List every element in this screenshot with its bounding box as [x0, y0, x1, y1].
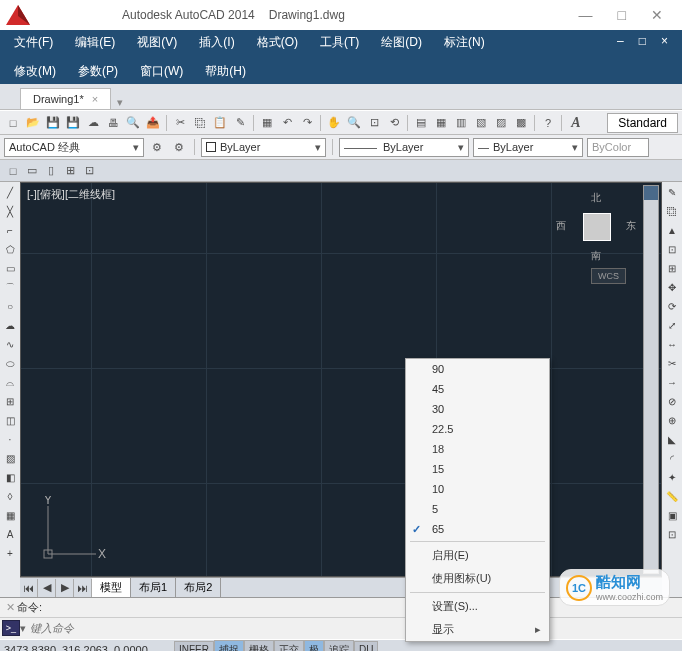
sb-du[interactable]: DU — [354, 641, 378, 651]
vp-join-icon[interactable]: ▯ — [42, 162, 60, 180]
close-button[interactable]: ✕ — [651, 7, 663, 23]
mi-22-5[interactable]: 22.5 — [406, 419, 549, 439]
scroll-up-icon[interactable] — [644, 186, 658, 200]
tab-first-icon[interactable]: ⏮ — [20, 579, 38, 597]
rotate-icon[interactable]: ⟳ — [664, 298, 681, 315]
publish-icon[interactable]: 📤 — [144, 114, 162, 132]
ws-save-icon[interactable]: ⚙ — [148, 138, 166, 156]
sb-snap[interactable]: 捕捉 — [214, 640, 244, 652]
copy-obj-icon[interactable]: ⿻ — [664, 203, 681, 220]
menu-file[interactable]: 文件(F) — [8, 32, 59, 53]
save-icon[interactable]: 💾 — [44, 114, 62, 132]
ssm-icon[interactable]: ▧ — [472, 114, 490, 132]
vp-restore-icon[interactable]: ⊞ — [61, 162, 79, 180]
mi-settings[interactable]: 设置(S)... — [406, 595, 549, 618]
ws-gear-icon[interactable]: ⚙ — [170, 138, 188, 156]
doc-min[interactable]: – — [611, 32, 630, 50]
lineweight-combo[interactable]: —ByLayer▾ — [473, 138, 583, 157]
measure-icon[interactable]: 📏 — [664, 488, 681, 505]
scale-icon[interactable]: ⤢ — [664, 317, 681, 334]
mi-65[interactable]: 65 — [406, 519, 549, 539]
viewcube[interactable]: 北 东 南 西 — [561, 191, 631, 261]
pline-icon[interactable]: ⌐ — [2, 222, 19, 239]
addsel-icon[interactable]: + — [2, 545, 19, 562]
viewport-label[interactable]: [-][俯视][二维线框] — [27, 187, 115, 202]
chamfer-icon[interactable]: ◣ — [664, 431, 681, 448]
zoom-rt-icon[interactable]: 🔍 — [345, 114, 363, 132]
trim-icon[interactable]: ✂ — [664, 355, 681, 372]
match-icon[interactable]: ✎ — [231, 114, 249, 132]
linetype-combo[interactable]: ———ByLayer▾ — [339, 138, 469, 157]
zoom-prev-icon[interactable]: ⟲ — [385, 114, 403, 132]
polygon-icon[interactable]: ⬠ — [2, 241, 19, 258]
fillet-icon[interactable]: ◜ — [664, 450, 681, 467]
mi-display[interactable]: 显示▸ — [406, 618, 549, 641]
mirror-icon[interactable]: ▲ — [664, 222, 681, 239]
sb-grid[interactable]: 栅格 — [244, 640, 274, 652]
open-icon[interactable]: 📂 — [24, 114, 42, 132]
menu-view[interactable]: 视图(V) — [131, 32, 183, 53]
menu-dim[interactable]: 标注(N) — [438, 32, 491, 53]
offset-icon[interactable]: ⊡ — [664, 241, 681, 258]
cloud-icon[interactable]: ☁ — [84, 114, 102, 132]
earc-icon[interactable]: ⌓ — [2, 374, 19, 391]
tab-model[interactable]: 模型 — [92, 578, 131, 597]
menu-help[interactable]: 帮助(H) — [199, 61, 252, 82]
mi-30[interactable]: 30 — [406, 399, 549, 419]
cut-icon[interactable]: ✂ — [171, 114, 189, 132]
menu-tools[interactable]: 工具(T) — [314, 32, 365, 53]
dc-icon[interactable]: ▦ — [432, 114, 450, 132]
vp-single-icon[interactable]: □ — [4, 162, 22, 180]
move-icon[interactable]: ✥ — [664, 279, 681, 296]
copy-icon[interactable]: ⿻ — [191, 114, 209, 132]
tab-last-icon[interactable]: ⏭ — [74, 579, 92, 597]
xline-icon[interactable]: ╳ — [2, 203, 19, 220]
calc-icon[interactable]: ▩ — [512, 114, 530, 132]
preview-icon[interactable]: 🔍 — [124, 114, 142, 132]
insert-icon[interactable]: ⊞ — [2, 393, 19, 410]
help-icon[interactable]: ? — [539, 114, 557, 132]
props-icon[interactable]: ▤ — [412, 114, 430, 132]
vp-dlg-icon[interactable]: ⊡ — [80, 162, 98, 180]
redo-icon[interactable]: ↷ — [298, 114, 316, 132]
paste-icon[interactable]: 📋 — [211, 114, 229, 132]
spline-icon[interactable]: ∿ — [2, 336, 19, 353]
menu-draw[interactable]: 绘图(D) — [375, 32, 428, 53]
command-input[interactable] — [26, 622, 680, 634]
maximize-button[interactable]: □ — [618, 7, 626, 23]
undo-icon[interactable]: ↶ — [278, 114, 296, 132]
menu-window[interactable]: 窗口(W) — [134, 61, 189, 82]
doc-max[interactable]: □ — [633, 32, 652, 50]
tab-next-icon[interactable]: ▶ — [56, 579, 74, 597]
tab-layout1[interactable]: 布局1 — [131, 578, 176, 597]
color-combo[interactable]: ByColor — [587, 138, 649, 157]
gradient-icon[interactable]: ◧ — [2, 469, 19, 486]
drawing-canvas[interactable]: [-][俯视][二维线框] 北 东 南 西 WCS YX — [20, 182, 662, 577]
mi-15[interactable]: 15 — [406, 459, 549, 479]
group-icon[interactable]: ⊡ — [664, 526, 681, 543]
tab-prev-icon[interactable]: ◀ — [38, 579, 56, 597]
point-icon[interactable]: · — [2, 431, 19, 448]
vp-named-icon[interactable]: ▭ — [23, 162, 41, 180]
mtext-icon[interactable]: A — [2, 526, 19, 543]
sb-track[interactable]: 追踪 — [324, 640, 354, 652]
zoom-win-icon[interactable]: ⊡ — [365, 114, 383, 132]
style-combo[interactable]: Standard — [607, 113, 678, 133]
table-icon[interactable]: ▦ — [2, 507, 19, 524]
doc-close[interactable]: × — [655, 32, 674, 50]
hatch-icon[interactable]: ▨ — [2, 450, 19, 467]
mi-18[interactable]: 18 — [406, 439, 549, 459]
revcloud-icon[interactable]: ☁ — [2, 317, 19, 334]
explode-icon[interactable]: ✦ — [664, 469, 681, 486]
block-make-icon[interactable]: ◫ — [2, 412, 19, 429]
cmd-icon[interactable]: >_ — [2, 620, 20, 636]
new-icon[interactable]: □ — [4, 114, 22, 132]
sb-polar[interactable]: 极 — [304, 640, 324, 652]
menu-insert[interactable]: 插入(I) — [193, 32, 240, 53]
plot-icon[interactable]: 🖶 — [104, 114, 122, 132]
arc-icon[interactable]: ⌒ — [2, 279, 19, 296]
doc-tab[interactable]: Drawing1* × — [20, 88, 111, 109]
stretch-icon[interactable]: ↔ — [664, 336, 681, 353]
mi-90[interactable]: 90 — [406, 359, 549, 379]
mi-10[interactable]: 10 — [406, 479, 549, 499]
